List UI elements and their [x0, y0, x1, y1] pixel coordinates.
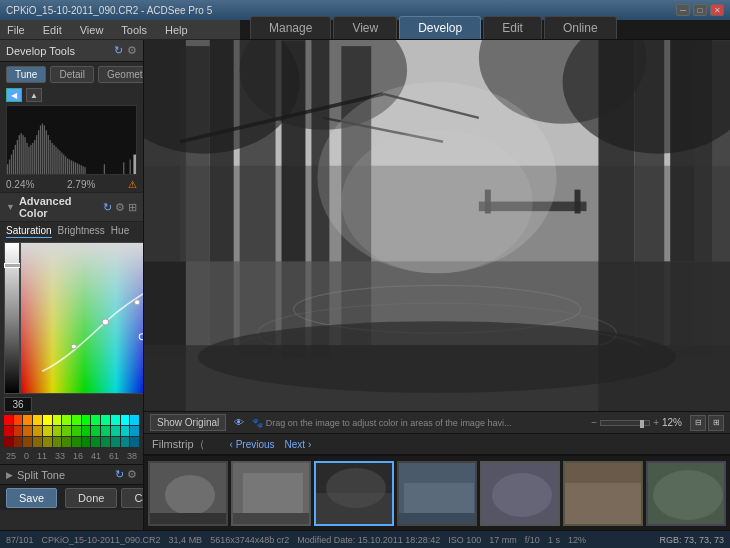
refresh-icon[interactable]: ↻	[114, 44, 123, 57]
brightness-slider[interactable]	[4, 242, 20, 394]
maximize-button[interactable]: □	[693, 4, 707, 16]
swatch[interactable]	[111, 415, 120, 425]
tab-edit[interactable]: Edit	[483, 16, 542, 39]
close-button[interactable]: ✕	[710, 4, 724, 16]
minimize-button[interactable]: ─	[676, 4, 690, 16]
menu-edit[interactable]: Edit	[40, 24, 65, 36]
shadows-clip-btn[interactable]: ◀	[6, 88, 22, 102]
swatch[interactable]	[111, 426, 120, 436]
swatch[interactable]	[130, 415, 139, 425]
swatch[interactable]	[4, 437, 13, 447]
swatch[interactable]	[82, 437, 91, 447]
tab-detail[interactable]: Detail	[50, 66, 94, 83]
split-refresh-icon[interactable]: ↻	[115, 468, 124, 481]
swatch[interactable]	[14, 437, 23, 447]
swatch[interactable]	[43, 437, 52, 447]
tab-develop[interactable]: Develop	[399, 16, 481, 39]
menu-file[interactable]: File	[4, 24, 28, 36]
image-area[interactable]	[144, 40, 730, 411]
swatch[interactable]	[62, 437, 71, 447]
tab-manage[interactable]: Manage	[250, 16, 331, 39]
swatch[interactable]	[130, 437, 139, 447]
menu-view[interactable]: View	[77, 24, 107, 36]
swatch[interactable]	[33, 426, 42, 436]
previous-button[interactable]: ‹ Previous	[230, 439, 275, 450]
adv-settings-icon[interactable]: ⚙	[115, 201, 125, 214]
swatch[interactable]	[111, 437, 120, 447]
svg-point-84	[198, 321, 676, 393]
zoom-in-icon[interactable]: +	[653, 417, 659, 428]
menu-tools[interactable]: Tools	[118, 24, 150, 36]
swatch[interactable]	[53, 426, 62, 436]
swatch[interactable]	[62, 415, 71, 425]
save-button[interactable]: Save	[6, 488, 57, 508]
color-tab-saturation[interactable]: Saturation	[6, 224, 52, 238]
color-tab-hue[interactable]: Hue	[111, 224, 129, 238]
adv-refresh-icon[interactable]: ↻	[103, 201, 112, 214]
swatch[interactable]	[82, 426, 91, 436]
swatch[interactable]	[62, 426, 71, 436]
adv-expand-icon[interactable]: ⊞	[128, 201, 137, 214]
swatch[interactable]	[101, 437, 110, 447]
swatch[interactable]	[121, 437, 130, 447]
filmstrip-thumb[interactable]	[231, 461, 311, 526]
swatch[interactable]	[43, 426, 52, 436]
swatch[interactable]	[101, 426, 110, 436]
next-button[interactable]: Next ›	[285, 439, 312, 450]
value-input[interactable]	[4, 397, 32, 412]
swatch[interactable]	[121, 426, 130, 436]
filmstrip-thumb[interactable]	[397, 461, 477, 526]
tab-tune[interactable]: Tune	[6, 66, 46, 83]
filmstrip-thumb[interactable]	[646, 461, 726, 526]
swatch[interactable]	[23, 426, 32, 436]
done-button[interactable]: Done	[65, 488, 117, 508]
tab-geometry[interactable]: Geometry	[98, 66, 144, 83]
filmstrip-thumb[interactable]	[480, 461, 560, 526]
cancel-button[interactable]: Cancel	[121, 488, 144, 508]
color-palette[interactable]	[20, 242, 144, 394]
swatch[interactable]	[72, 415, 81, 425]
swatch[interactable]	[130, 426, 139, 436]
filmstrip-expand-icon[interactable]: ⟨	[200, 439, 204, 450]
advanced-color-icons: ↻ ⚙ ⊞	[103, 201, 137, 214]
swatch[interactable]	[4, 415, 13, 425]
swatch[interactable]	[91, 426, 100, 436]
single-view-button[interactable]: ⊟	[690, 415, 706, 431]
filmstrip-thumb[interactable]	[148, 461, 228, 526]
split-settings-icon[interactable]: ⚙	[127, 468, 137, 481]
swatch[interactable]	[72, 437, 81, 447]
zoom-slider[interactable]	[600, 420, 650, 426]
settings-icon[interactable]: ⚙	[127, 44, 137, 57]
swatch[interactable]	[53, 415, 62, 425]
filmstrip-thumb[interactable]	[314, 461, 394, 526]
swatch[interactable]	[23, 415, 32, 425]
zoom-out-icon[interactable]: −	[591, 417, 597, 428]
swatch[interactable]	[101, 415, 110, 425]
swatch[interactable]	[82, 415, 91, 425]
swatch[interactable]	[72, 426, 81, 436]
swatch[interactable]	[91, 415, 100, 425]
tab-view[interactable]: View	[333, 16, 397, 39]
swatch[interactable]	[33, 437, 42, 447]
zoom-handle[interactable]	[640, 420, 644, 428]
swatch[interactable]	[121, 415, 130, 425]
filmstrip-thumb[interactable]	[563, 461, 643, 526]
swatch[interactable]	[43, 415, 52, 425]
swatch[interactable]	[4, 426, 13, 436]
expand-icon[interactable]: ▼	[6, 202, 15, 212]
swatch[interactable]	[33, 415, 42, 425]
compare-view-button[interactable]: ⊞	[708, 415, 724, 431]
highlights-clip-btn[interactable]: ▲	[26, 88, 42, 102]
tab-online[interactable]: Online	[544, 16, 617, 39]
svg-rect-7	[19, 135, 20, 174]
color-tab-brightness[interactable]: Brightness	[58, 224, 105, 238]
swatch[interactable]	[23, 437, 32, 447]
split-tone-expand[interactable]: ▶	[6, 470, 13, 480]
swatch[interactable]	[14, 415, 23, 425]
swatch[interactable]	[53, 437, 62, 447]
swatch[interactable]	[14, 426, 23, 436]
menu-help[interactable]: Help	[162, 24, 191, 36]
svg-rect-92	[233, 513, 311, 526]
show-original-button[interactable]: Show Original	[150, 414, 226, 431]
swatch[interactable]	[91, 437, 100, 447]
